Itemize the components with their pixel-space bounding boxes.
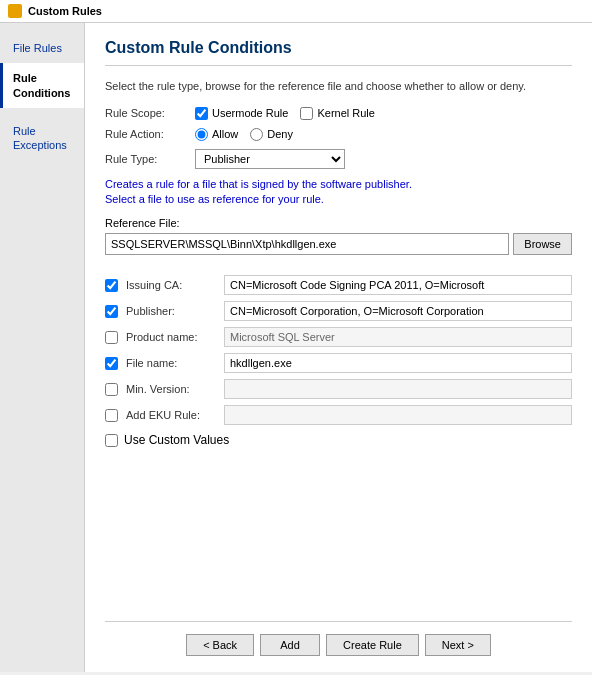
kernel-checkbox[interactable]: [300, 107, 313, 120]
title-bar: Custom Rules: [0, 0, 592, 23]
field-row-file-name: File name:: [105, 353, 572, 373]
product-name-input[interactable]: [224, 327, 572, 347]
add-button[interactable]: Add: [260, 634, 320, 656]
content-area: Custom Rule Conditions Select the rule t…: [85, 23, 592, 672]
use-custom-label: Use Custom Values: [124, 433, 229, 447]
sidebar-item-rule-exceptions[interactable]: Rule Exceptions: [0, 116, 84, 161]
reference-file-section: Reference File: Browse: [105, 217, 572, 255]
usermode-label[interactable]: Usermode Rule: [195, 107, 288, 120]
usermode-text: Usermode Rule: [212, 107, 288, 119]
rule-scope-label: Rule Scope:: [105, 107, 195, 119]
use-custom-row: Use Custom Values: [105, 433, 572, 447]
rule-action-label: Rule Action:: [105, 128, 195, 140]
use-custom-checkbox[interactable]: [105, 434, 118, 447]
allow-label[interactable]: Allow: [195, 128, 238, 141]
fields-grid: Issuing CA: Publisher: Product name: Fil…: [105, 275, 572, 425]
rule-action-row: Rule Action: Allow Deny: [105, 128, 572, 141]
allow-text: Allow: [212, 128, 238, 140]
ref-file-label: Reference File:: [105, 217, 572, 229]
rule-scope-row: Rule Scope: Usermode Rule Kernel Rule: [105, 107, 572, 120]
sidebar-item-rule-conditions[interactable]: Rule Conditions: [0, 63, 84, 108]
product-name-checkbox[interactable]: [105, 331, 118, 344]
page-title: Custom Rule Conditions: [105, 39, 572, 66]
issuing-ca-checkbox[interactable]: [105, 279, 118, 292]
title-bar-text: Custom Rules: [28, 5, 102, 17]
field-row-add-eku: Add EKU Rule:: [105, 405, 572, 425]
publisher-input[interactable]: [224, 301, 572, 321]
rule-action-radios: Allow Deny: [195, 128, 293, 141]
field-row-issuing-ca: Issuing CA:: [105, 275, 572, 295]
deny-text: Deny: [267, 128, 293, 140]
publisher-label: Publisher:: [126, 305, 216, 317]
sidebar-item-file-rules[interactable]: File Rules: [0, 33, 84, 63]
rule-type-description: Creates a rule for a file that is signed…: [105, 177, 572, 208]
deny-label[interactable]: Deny: [250, 128, 293, 141]
rule-type-select[interactable]: Publisher Hash Path: [195, 149, 345, 169]
back-button[interactable]: < Back: [186, 634, 254, 656]
next-button[interactable]: Next >: [425, 634, 491, 656]
min-version-input[interactable]: [224, 379, 572, 399]
ref-file-input[interactable]: [105, 233, 509, 255]
field-row-min-version: Min. Version:: [105, 379, 572, 399]
app-icon: [8, 4, 22, 18]
publisher-checkbox[interactable]: [105, 305, 118, 318]
file-name-input[interactable]: [224, 353, 572, 373]
allow-radio[interactable]: [195, 128, 208, 141]
file-name-label: File name:: [126, 357, 216, 369]
kernel-text: Kernel Rule: [317, 107, 374, 119]
create-rule-button[interactable]: Create Rule: [326, 634, 419, 656]
add-eku-checkbox[interactable]: [105, 409, 118, 422]
issuing-ca-input[interactable]: [224, 275, 572, 295]
issuing-ca-label: Issuing CA:: [126, 279, 216, 291]
add-eku-input[interactable]: [224, 405, 572, 425]
product-name-label: Product name:: [126, 331, 216, 343]
ref-file-row: Browse: [105, 233, 572, 255]
field-row-publisher: Publisher:: [105, 301, 572, 321]
usermode-checkbox[interactable]: [195, 107, 208, 120]
description-text: Select the rule type, browse for the ref…: [105, 78, 572, 95]
field-row-product-name: Product name:: [105, 327, 572, 347]
browse-button[interactable]: Browse: [513, 233, 572, 255]
deny-radio[interactable]: [250, 128, 263, 141]
min-version-label: Min. Version:: [126, 383, 216, 395]
kernel-label[interactable]: Kernel Rule: [300, 107, 374, 120]
sidebar: File Rules Rule Conditions Rule Exceptio…: [0, 23, 85, 672]
main-container: File Rules Rule Conditions Rule Exceptio…: [0, 23, 592, 672]
footer: < Back Add Create Rule Next >: [105, 621, 572, 656]
rule-type-row: Rule Type: Publisher Hash Path: [105, 149, 572, 169]
min-version-checkbox[interactable]: [105, 383, 118, 396]
rule-scope-checkboxes: Usermode Rule Kernel Rule: [195, 107, 375, 120]
rule-type-label: Rule Type:: [105, 153, 195, 165]
file-name-checkbox[interactable]: [105, 357, 118, 370]
add-eku-label: Add EKU Rule:: [126, 409, 216, 421]
